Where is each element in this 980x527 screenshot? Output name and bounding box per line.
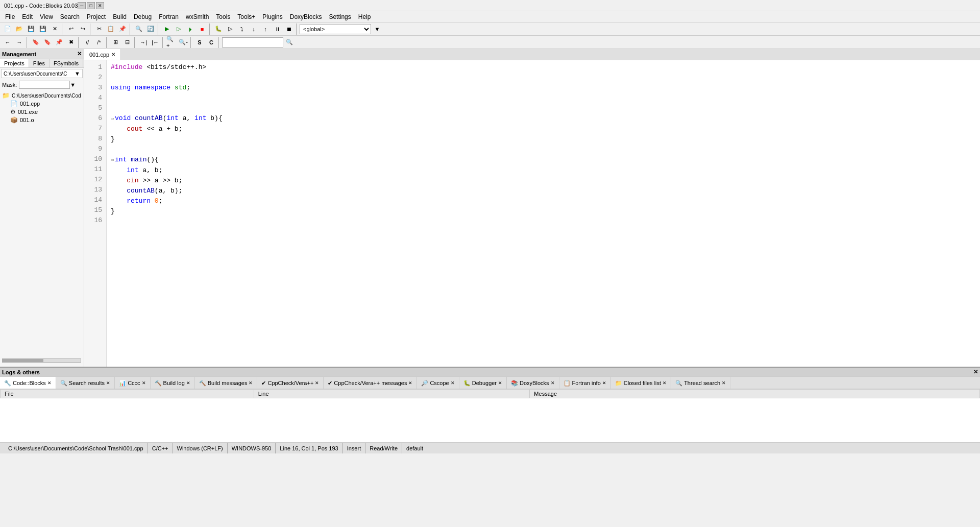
sidebar-tab-files[interactable]: Files: [29, 59, 50, 67]
tb-step-into[interactable]: ↓: [248, 23, 259, 35]
bottom-tab-sr-close[interactable]: ✕: [106, 380, 110, 386]
menu-doxyblocks[interactable]: DoxyBlocks: [287, 12, 325, 21]
tb-zoom-out[interactable]: 🔍-: [178, 37, 189, 48]
sidebar-scrollbar-thumb[interactable]: [3, 359, 43, 362]
bottom-tab-buildmessages[interactable]: 🔨 Build messages ✕: [195, 377, 258, 389]
menu-fortran[interactable]: Fortran: [156, 12, 182, 21]
tb-undo[interactable]: ↩: [65, 23, 77, 35]
tb-unindent[interactable]: |←: [150, 37, 161, 48]
tb-debug[interactable]: 🐛: [213, 23, 224, 35]
menu-edit[interactable]: Edit: [19, 12, 36, 21]
tree-item-o[interactable]: 📦 001.o: [1, 116, 83, 124]
editor-tab-001cpp[interactable]: 001.cpp ✕: [84, 49, 121, 60]
menu-settings[interactable]: Settings: [326, 12, 354, 21]
menu-help[interactable]: Help: [355, 12, 374, 21]
sidebar-tab-projects[interactable]: Projects: [0, 59, 29, 67]
bottom-tab-threadsearch[interactable]: 🔍 Thread search ✕: [671, 377, 730, 389]
bottom-tab-cccc[interactable]: 📊 Cccc ✕: [115, 377, 150, 389]
mask-dropdown[interactable]: ▼: [70, 82, 76, 88]
tb-paste[interactable]: 📌: [117, 23, 128, 35]
tb-build[interactable]: ▶: [161, 23, 173, 35]
menu-debug[interactable]: Debug: [131, 12, 155, 21]
bottom-tab-doxyblocks[interactable]: 📚 DoxyBlocks ✕: [507, 377, 559, 389]
tb-new[interactable]: 📄: [2, 23, 13, 35]
minimize-button[interactable]: ─: [78, 2, 86, 9]
menu-plugins[interactable]: Plugins: [259, 12, 285, 21]
bottom-tab-searchresults[interactable]: 🔍 Search results ✕: [56, 377, 115, 389]
bottom-tab-cc-close[interactable]: ✕: [142, 380, 146, 386]
menu-tools[interactable]: Tools: [213, 12, 233, 21]
tb-forward[interactable]: →: [14, 37, 25, 48]
sidebar-scrollbar[interactable]: [2, 358, 81, 363]
bottom-panel-close[interactable]: ✕: [973, 369, 978, 375]
tree-root-item[interactable]: 📁 C:\Users\user\Documents\Cod: [1, 91, 83, 100]
bottom-tab-cppcheck-close[interactable]: ✕: [315, 380, 319, 386]
editor-tab-close[interactable]: ✕: [111, 52, 115, 57]
bottom-tab-doxy-close[interactable]: ✕: [551, 380, 555, 386]
code-content[interactable]: #include <bits/stdc++.h> using namespace…: [107, 60, 980, 367]
tb-debug-run[interactable]: ▷: [225, 23, 236, 35]
tb-indent[interactable]: →|: [138, 37, 149, 48]
search-input[interactable]: [222, 37, 283, 47]
sidebar-tab-fsymbols[interactable]: FSymbols: [50, 59, 83, 67]
fold-icon-10[interactable]: ▭: [111, 157, 114, 163]
bottom-tab-bl-close[interactable]: ✕: [186, 380, 190, 386]
fold-icon-6[interactable]: ▭: [111, 116, 114, 122]
tb-redo[interactable]: ↪: [77, 23, 88, 35]
tb-stop[interactable]: ■: [197, 23, 208, 35]
tb-bookmark-prev[interactable]: 🔖: [30, 37, 41, 48]
bottom-tab-dbg-close[interactable]: ✕: [498, 380, 502, 386]
tb-back[interactable]: ←: [2, 37, 13, 48]
tb-bookmark-clear[interactable]: ✖: [65, 37, 77, 48]
tb-block-comment[interactable]: //: [82, 37, 93, 48]
close-button[interactable]: ✕: [96, 2, 104, 9]
tb-save[interactable]: 💾: [26, 23, 37, 35]
tb-pause[interactable]: ⏸: [272, 23, 283, 35]
bottom-tab-bm-close[interactable]: ✕: [249, 380, 253, 386]
tree-item-exe[interactable]: ⚙ 001.exe: [1, 108, 83, 116]
tb-step-out[interactable]: ↑: [260, 23, 271, 35]
tb-unfold[interactable]: ⊟: [121, 37, 133, 48]
tb-close[interactable]: ✕: [49, 23, 60, 35]
mask-input[interactable]: [19, 81, 70, 89]
tb-S[interactable]: S: [194, 37, 205, 48]
bottom-tab-ts-close[interactable]: ✕: [722, 380, 726, 386]
tb-scope-arrow[interactable]: ▼: [372, 23, 383, 35]
menu-file[interactable]: File: [2, 12, 18, 21]
menu-tools-plus[interactable]: Tools+: [234, 12, 258, 21]
sidebar-path-arrow[interactable]: ▼: [75, 70, 80, 77]
menu-wxsmith[interactable]: wxSmith: [183, 12, 212, 21]
bottom-tab-cscope[interactable]: 🔎 Cscope ✕: [417, 377, 459, 389]
tree-item-cpp[interactable]: 📄 001.cpp: [1, 100, 83, 108]
bottom-tab-debugger[interactable]: 🐛 Debugger ✕: [459, 377, 507, 389]
menu-search[interactable]: Search: [57, 12, 83, 21]
menu-project[interactable]: Project: [84, 12, 109, 21]
bottom-tab-cppm-close[interactable]: ✕: [408, 380, 412, 386]
tb-build-run[interactable]: ⏵: [185, 23, 196, 35]
tb-stop-debug[interactable]: ⏹: [283, 23, 295, 35]
tb-C[interactable]: C: [206, 37, 217, 48]
bottom-tab-cf-close[interactable]: ✕: [663, 380, 667, 386]
bottom-tab-cb-close[interactable]: ✕: [47, 380, 52, 386]
tb-fold[interactable]: ⊞: [110, 37, 121, 48]
bottom-tab-cppcheck-msg[interactable]: ✔ CppCheck/Vera++ messages ✕: [324, 377, 417, 389]
maximize-button[interactable]: □: [87, 2, 95, 9]
menu-view[interactable]: View: [37, 12, 56, 21]
tb-step-over[interactable]: ⤵: [236, 23, 248, 35]
sidebar-close-icon[interactable]: ✕: [77, 51, 82, 57]
tb-open[interactable]: 📂: [14, 23, 25, 35]
tb-uncomment[interactable]: /*: [93, 37, 105, 48]
tb-bookmark-add[interactable]: 📌: [54, 37, 65, 48]
tb-copy[interactable]: 📋: [105, 23, 116, 35]
tb-cut[interactable]: ✂: [93, 23, 105, 35]
tb-run[interactable]: ▷: [173, 23, 184, 35]
tb-save-all[interactable]: 💾: [37, 23, 48, 35]
bottom-tab-cppcheck[interactable]: ✔ CppCheck/Vera++ ✕: [257, 377, 324, 389]
bottom-tab-fortran[interactable]: 📋 Fortran info ✕: [559, 377, 611, 389]
bottom-tab-cs-close[interactable]: ✕: [451, 380, 455, 386]
bottom-tab-fort-close[interactable]: ✕: [602, 380, 606, 386]
menu-build[interactable]: Build: [110, 12, 130, 21]
tb-search-go[interactable]: 🔍: [284, 37, 295, 48]
tb-find[interactable]: 🔍: [133, 23, 144, 35]
bottom-tab-closedfiles[interactable]: 📁 Closed files list ✕: [611, 377, 671, 389]
